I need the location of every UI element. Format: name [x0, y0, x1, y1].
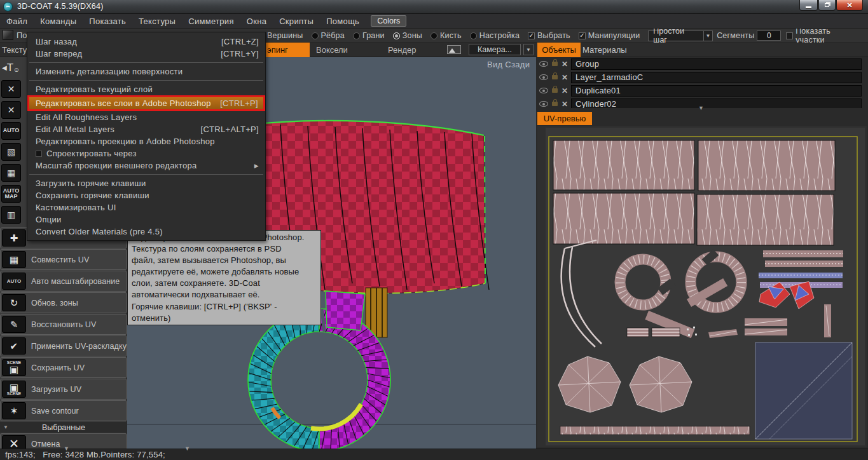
menu-item-step-back[interactable]: Шаг назад[CTRL+Z] — [27, 36, 265, 48]
object-name[interactable]: Duplicate01 — [571, 85, 862, 97]
status-bar: ▼ ▼ fps:143; Free: 3428 Mb.Pointers: 77,… — [0, 449, 868, 460]
checkbox-manipulations[interactable]: ✓Манипуляции — [579, 31, 640, 40]
tab-materials[interactable]: Материалы — [582, 45, 627, 55]
menu-view[interactable]: Показать — [83, 17, 132, 26]
uv-preview-panel — [537, 126, 867, 447]
menu-separator — [29, 62, 263, 63]
close-button[interactable]: ✕ — [836, 0, 863, 11]
restore-button[interactable] — [818, 0, 836, 11]
toolbar-partial-label: По — [17, 30, 27, 40]
menu-file[interactable]: Файл — [0, 17, 34, 26]
automap-icon[interactable]: AUTO MAP — [1, 185, 21, 203]
menu-item-edit-projection[interactable]: Редактировать проекцию в Adobe Photoshop — [27, 135, 265, 147]
save-uv-button[interactable]: SCENE▣ Сохранить UV — [0, 357, 127, 378]
radio-edges[interactable]: Рёбра — [312, 31, 345, 40]
eye-icon[interactable] — [539, 101, 548, 107]
eye-icon[interactable] — [539, 74, 548, 80]
merge-uv-button[interactable]: ▦ Совместить UV — [0, 249, 127, 270]
menu-item-options[interactable]: Опции — [27, 213, 265, 226]
step-mode-dropdown[interactable]: Простой шаг ▼ — [648, 30, 713, 41]
tab-objects-active[interactable]: Объекты — [537, 43, 581, 57]
radio-icon — [431, 32, 437, 39]
menu-commands[interactable]: Команды — [34, 17, 83, 26]
menu-item-edit-all-layers-highlighted[interactable]: Редактировать все слои в Adobe Photoshop… — [27, 95, 265, 111]
menu-scripts[interactable]: Скрипты — [273, 17, 320, 26]
object-row[interactable]: ✕ Group — [536, 57, 868, 71]
menu-item-edit-roughness[interactable]: Edit All Roughness Layers — [27, 111, 265, 123]
camera-dropdown[interactable]: Камера... — [469, 44, 521, 55]
menu-item-edit-metal[interactable]: Edit All Metal Layers[CTRL+ALT+P] — [27, 123, 265, 135]
image-icon[interactable] — [447, 45, 461, 54]
menu-item-save-hotkeys[interactable]: Сохранить горячие клавиши — [27, 189, 265, 201]
text-tool-icon[interactable]: ◀T⊙ — [2, 62, 19, 74]
checkbox-icon — [36, 151, 42, 157]
menu-help[interactable]: Помощь — [320, 17, 366, 26]
update-zones-button[interactable]: ↻ Обнов. зоны — [0, 292, 127, 313]
menu-separator — [29, 80, 263, 81]
menu-windows[interactable]: Окна — [240, 17, 273, 26]
tab-voxels[interactable]: Воксели — [316, 45, 348, 55]
scroll-down-icon[interactable]: ▼ — [184, 445, 190, 452]
menu-item-project-through[interactable]: Спроектировать через — [27, 147, 265, 159]
radio-faces[interactable]: Грани — [353, 31, 385, 40]
delete-icon[interactable]: ✕ — [561, 73, 568, 82]
clear-all-seams-icon[interactable]: ✕ — [1, 101, 21, 119]
cube-icon[interactable] — [3, 30, 13, 40]
menu-textures[interactable]: Текстуры — [132, 17, 182, 26]
tab-texturing[interactable]: Тексту — [2, 45, 27, 55]
chevron-down-icon[interactable]: ▼ — [523, 44, 534, 55]
menu-item-change-detail[interactable]: Изменить детализацию поверхности — [27, 65, 265, 78]
segments-input[interactable] — [757, 30, 781, 41]
pack-islands-icon[interactable]: ▥ — [1, 206, 21, 224]
restore-icon — [825, 3, 829, 7]
menu-item-step-forward[interactable]: Шаг вперед[CTRL+Y] — [27, 48, 265, 60]
object-name[interactable]: Layer_1armadioC — [571, 72, 862, 83]
save-contour-button[interactable]: ✶ Save contour — [0, 400, 127, 421]
commands-menu: Шаг назад[CTRL+Z] Шаг вперед[CTRL+Y] Изм… — [27, 32, 266, 241]
shuffle-pack-icon: ✚ — [2, 229, 26, 247]
object-row[interactable]: ✕ Layer_1armadioC — [536, 71, 868, 84]
object-name[interactable]: Group — [571, 58, 862, 70]
scroll-down-icon[interactable]: ▼ — [64, 445, 69, 452]
delete-icon[interactable]: ✕ — [561, 60, 568, 69]
lock-icon[interactable] — [552, 75, 558, 79]
restore-uv-button[interactable]: ✎ Восстановить UV — [0, 314, 127, 335]
auto-seams-icon[interactable]: AUTO — [1, 122, 21, 140]
delete-icon[interactable]: ✕ — [561, 86, 568, 95]
radio-settings[interactable]: Настройка — [470, 31, 520, 40]
apply-uv-button[interactable]: ✔ Применить UV-раскладку — [0, 335, 127, 356]
tab-uv-preview[interactable]: UV-превью — [537, 112, 592, 125]
menu-item-convert-older-materials[interactable]: Convert Older Materials (pre 4.5) — [27, 226, 265, 238]
pen-icon: ✎ — [2, 316, 26, 333]
colors-button[interactable]: Colors — [371, 15, 406, 27]
radio-brush[interactable]: Кисть — [431, 31, 462, 40]
lock-icon[interactable] — [552, 102, 558, 106]
delete-icon[interactable]: ✕ — [561, 100, 568, 109]
object-name[interactable]: Cylinder02 — [571, 98, 862, 109]
load-uv-button[interactable]: ▣SCENE Загрузить UV — [0, 379, 127, 400]
minimize-button[interactable] — [799, 0, 818, 11]
eye-icon[interactable] — [539, 88, 548, 93]
clear-seams-icon[interactable]: ✕ — [1, 80, 21, 98]
view-direction-label: Вид Сзади — [487, 60, 530, 69]
uv-preview-canvas[interactable] — [546, 128, 865, 445]
menu-item-customize-ui[interactable]: Кастомизировать UI — [27, 201, 265, 213]
object-row[interactable]: ✕ Duplicate01 — [536, 84, 868, 97]
menu-item-edit-current-layer[interactable]: Редактировать текущий слой — [27, 83, 265, 95]
eye-icon[interactable] — [539, 61, 548, 67]
auto-scale-button[interactable]: AUTO Авто масштабирование — [0, 271, 127, 292]
menu-item-editor-projection-scale[interactable]: Масштаб проекции внешнего редактора▶ — [27, 159, 265, 172]
window-title: 3D-COAT 4.5.39(DX64) — [17, 2, 104, 11]
checkbox-select[interactable]: ✓Выбрать — [528, 31, 570, 40]
menu-symmetry[interactable]: Симметрия — [182, 17, 240, 26]
scroll-down-icon[interactable]: ▼ — [698, 105, 704, 111]
menu-item-load-hotkeys[interactable]: Загрузить горячие клавиши — [27, 177, 265, 189]
unwrap-icon[interactable]: ▦ — [1, 164, 21, 182]
tab-render[interactable]: Рендер — [388, 45, 417, 55]
selected-section-header[interactable]: ▼ Выбранные — [0, 422, 127, 433]
radio-zones[interactable]: Зоны — [393, 31, 422, 40]
lock-icon[interactable] — [552, 62, 558, 66]
sharp-seams-icon[interactable]: ▧ — [1, 143, 21, 161]
checkbox-show-patches[interactable]: Показать участки — [786, 27, 860, 44]
lock-icon[interactable] — [552, 88, 558, 93]
